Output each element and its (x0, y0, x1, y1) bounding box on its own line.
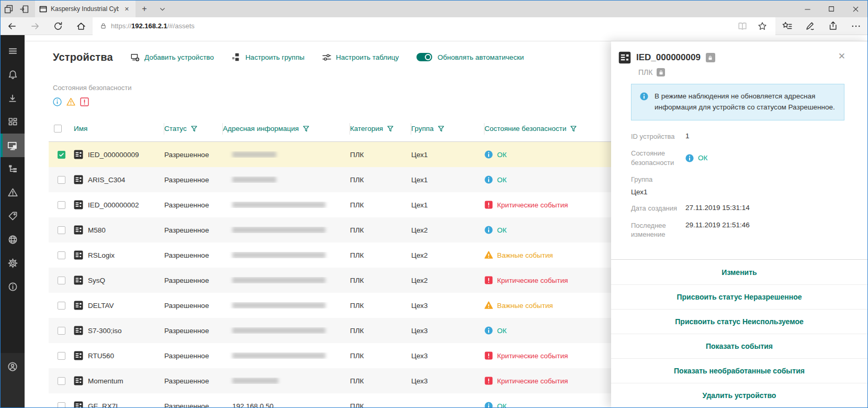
row-checkbox[interactable] (58, 377, 65, 385)
select-all-checkbox[interactable] (54, 125, 62, 133)
minimize-button[interactable] (795, 1, 819, 17)
device-icon (618, 51, 631, 64)
toolbar: Добавить устройствоНастроить группыНастр… (131, 53, 399, 62)
panel-action-button[interactable]: Присвоить статус Неразрешенное (611, 284, 867, 309)
panel-action-button[interactable]: Изменить (611, 260, 867, 284)
ink-pen-icon[interactable] (798, 21, 821, 31)
toggle-switch[interactable] (416, 53, 432, 61)
sidebar-item-tags[interactable] (1, 204, 25, 228)
back-button[interactable] (1, 21, 24, 31)
browser-tab[interactable]: Kaspersky Industrial Cyb ✕ (35, 1, 136, 17)
panel-close-icon[interactable]: ✕ (838, 51, 846, 62)
device-icon (74, 301, 83, 310)
sidebar-item-network-map[interactable] (1, 157, 25, 181)
column-header-2[interactable]: Статус (164, 123, 223, 135)
column-header-1[interactable]: Имя (74, 123, 164, 135)
filter-critical-icon[interactable] (80, 97, 89, 106)
filter-icon[interactable] (438, 126, 444, 132)
row-checkbox[interactable] (58, 352, 65, 360)
panel-action-button[interactable]: Показать необработанные события (611, 358, 867, 383)
home-button[interactable] (70, 21, 93, 31)
tab-preview-chevron-icon[interactable] (153, 1, 171, 17)
device-name: GE_RX7I (88, 402, 118, 408)
favorite-star-icon[interactable] (754, 21, 770, 31)
row-checkbox[interactable] (58, 151, 65, 159)
sidebar-item-notifications[interactable] (1, 63, 25, 86)
hub-icon[interactable] (775, 21, 798, 31)
address-bar[interactable]: https://192.168.2.1/#/assets (93, 17, 775, 35)
sidebar-item-settings[interactable] (1, 251, 25, 275)
row-checkbox[interactable] (58, 327, 65, 335)
maximize-button[interactable] (819, 1, 843, 17)
row-checkbox[interactable] (58, 176, 65, 184)
redacted-address (232, 252, 325, 258)
row-checkbox[interactable] (58, 277, 65, 284)
filter-icon[interactable] (387, 126, 393, 132)
row-checkbox-cell (49, 327, 74, 335)
security-label: Критические события (497, 377, 568, 385)
tabs-set-aside-icon[interactable] (1, 1, 16, 17)
column-header-4[interactable]: Категория (350, 123, 411, 135)
configure-table-button[interactable]: Настроить таблицу (322, 53, 399, 62)
reading-view-icon[interactable] (735, 21, 750, 31)
panel-action-button[interactable]: Присвоить статус Неиспользуемое (611, 309, 867, 334)
filter-icon[interactable] (570, 126, 577, 132)
sidebar-item-devices[interactable] (1, 134, 25, 157)
sidebar-item-events[interactable] (1, 181, 25, 204)
banner-text: В режиме наблюдения не обновляется адрес… (655, 91, 836, 113)
lock-icon (100, 23, 107, 29)
device-icon (74, 225, 83, 235)
close-window-button[interactable] (843, 1, 867, 17)
url-text[interactable]: https://192.168.2.1/#/assets (111, 22, 730, 30)
configure-groups-button[interactable]: Настроить группы (232, 53, 305, 62)
security-critical-icon (484, 201, 493, 209)
panel-action-button[interactable]: Показать события (611, 334, 867, 358)
share-icon[interactable] (821, 21, 844, 31)
row-checkbox[interactable] (58, 302, 65, 310)
sidebar-item-account[interactable] (1, 353, 25, 407)
column-label: Имя (74, 125, 87, 133)
filter-icon[interactable] (303, 126, 309, 132)
tab-close-icon[interactable]: ✕ (122, 5, 131, 14)
status-cell: Разрешенное (164, 327, 223, 335)
device-name: ARIS_C304 (88, 176, 125, 184)
column-header-3[interactable]: Адресная информация (223, 123, 350, 135)
add-device-button[interactable]: Добавить устройство (131, 53, 214, 62)
filter-icon[interactable] (191, 126, 197, 132)
address-cell (223, 202, 350, 208)
device-name-cell: RSLogix (74, 250, 164, 260)
device-icon (74, 376, 83, 385)
forward-button[interactable] (24, 21, 47, 31)
panel-action-button[interactable]: Удалить устройство (611, 383, 867, 407)
filter-warning-icon[interactable] (66, 97, 75, 106)
filter-ok-icon[interactable] (53, 97, 62, 106)
refresh-button[interactable] (47, 21, 70, 31)
new-tab-button[interactable]: + (136, 1, 153, 17)
row-checkbox-cell (49, 277, 74, 284)
category-cell: ПЛК (350, 176, 411, 184)
category-cell: ПЛК (350, 277, 411, 284)
download-icon (8, 94, 17, 103)
security-ok-icon (484, 175, 493, 184)
security-ok-icon (484, 402, 493, 407)
row-checkbox[interactable] (58, 226, 65, 234)
column-header-5[interactable]: Группа (411, 123, 484, 135)
browser-nav-bar: https://192.168.2.1/#/assets (1, 17, 867, 35)
security-label: Критические события (497, 201, 568, 209)
row-checkbox-cell (49, 151, 74, 159)
row-checkbox[interactable] (58, 402, 65, 408)
more-options-icon[interactable] (844, 21, 867, 31)
sidebar-item-menu[interactable] (1, 39, 25, 63)
sidebar-item-network-control[interactable] (1, 228, 25, 251)
sidebar-item-about[interactable] (1, 275, 25, 299)
status-cell: Разрешенное (164, 151, 223, 159)
row-checkbox[interactable] (58, 201, 65, 209)
tabs-restore-icon[interactable] (16, 1, 32, 17)
auto-refresh-toggle[interactable]: Обновлять автоматически (416, 53, 524, 61)
column-label: Статус (164, 125, 187, 133)
field-value: 27.11.2019 15:31:14 (685, 204, 750, 213)
row-checkbox[interactable] (58, 251, 65, 259)
sidebar-item-dashboard[interactable] (1, 110, 25, 134)
sidebar-item-reports[interactable] (1, 86, 25, 110)
device-name: SysQ (88, 277, 105, 284)
